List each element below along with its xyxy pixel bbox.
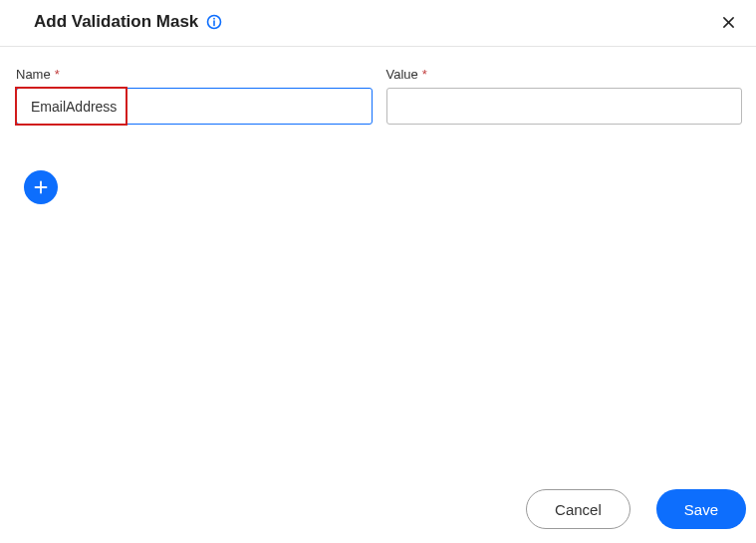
cancel-button[interactable]: Cancel (526, 489, 630, 529)
close-icon (722, 16, 735, 29)
dialog-body: Name* Value* (0, 47, 756, 125)
header-left: Add Validation Mask (34, 12, 222, 32)
value-input[interactable] (386, 88, 743, 125)
dialog-footer: Cancel Save (526, 489, 746, 529)
required-marker: * (55, 67, 60, 82)
value-label-text: Value (386, 67, 418, 82)
value-label: Value* (386, 67, 743, 82)
svg-point-2 (213, 18, 215, 20)
name-label: Name* (16, 67, 373, 82)
name-input-wrapper (16, 88, 373, 125)
save-button[interactable]: Save (656, 489, 746, 529)
name-label-text: Name (16, 67, 51, 82)
required-marker: * (422, 67, 427, 82)
dialog-header: Add Validation Mask (0, 0, 756, 47)
name-field: Name* (16, 67, 373, 125)
close-button[interactable] (716, 10, 740, 34)
info-icon[interactable] (206, 14, 222, 30)
name-input[interactable] (16, 88, 373, 125)
dialog-title: Add Validation Mask (34, 12, 198, 32)
add-button[interactable] (24, 170, 58, 204)
value-field: Value* (386, 67, 743, 125)
plus-icon (33, 179, 49, 195)
